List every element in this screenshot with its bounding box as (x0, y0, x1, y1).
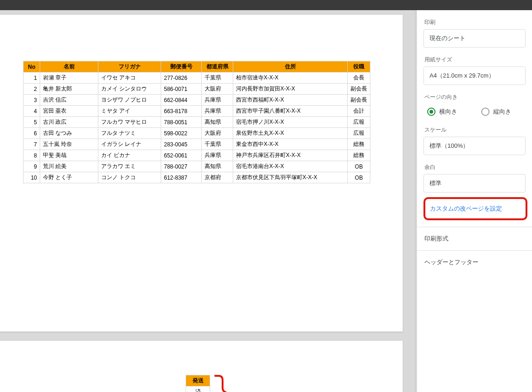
cell-kana: カイ ビカナ (98, 150, 161, 161)
cell-zip: 586-0071 (161, 84, 202, 95)
label-margins: 余白 (417, 155, 532, 174)
cell-zip: 788-0027 (161, 161, 202, 172)
cell-role: OB (348, 172, 370, 183)
cell-name: 甲斐 美哉 (40, 150, 98, 161)
th-kana: フリガナ (98, 61, 161, 72)
cell-zip: 663-8178 (161, 106, 202, 117)
cell-no: 3 (24, 95, 40, 106)
cell-pref: 兵庫県 (202, 106, 233, 117)
table-row: 1岩瀬 章子イワセ アキコ277-0826千葉県柏市宿連寺X-X-X会長 (24, 72, 370, 84)
cell-name: 古田 なつみ (40, 128, 98, 139)
cell-zip: 277-0826 (161, 72, 202, 84)
cell-kana: フルタ ナツミ (98, 128, 161, 139)
cell-kana: カメイ シンタロウ (98, 84, 161, 95)
cell-no: 5 (24, 117, 40, 128)
table-row: 6古田 なつみフルタ ナツミ598-0022大阪府泉佐野市土丸X-X-X広報 (24, 128, 370, 139)
table-row: 10今野 とく子コンノ トクコ612-8387京都府京都市伏見区下鳥羽平塚町X-… (24, 172, 370, 183)
cell-addr: 宿毛市押ノ川X-X-X (233, 117, 348, 128)
cell-name: 荒川 絵美 (40, 161, 98, 172)
table-row: 3吉沢 信広ヨシザワ ノブヒロ662-0844兵庫県西宮市西福町X-X-X副会長 (24, 95, 370, 106)
cell-role: 総務 (348, 139, 370, 150)
cell-zip: 788-0051 (161, 117, 202, 128)
cell-role: 広報 (348, 117, 370, 128)
cell-kana: イワセ アキコ (98, 72, 161, 84)
cell-addr: 京都市伏見区下鳥羽平塚町X-X-X (233, 172, 348, 183)
cell-addr: 神戸市兵庫区石井町X-X-X (233, 150, 348, 161)
preview-page-1: No 名前 フリガナ 郵便番号 都道府県 住所 役職 1岩瀬 章子イワセ アキコ… (0, 15, 403, 332)
radio-landscape-label: 横向き (439, 108, 457, 116)
cell-name: 吉沢 信広 (40, 95, 98, 106)
table-row: 5古川 政広フルカワ マサヒロ788-0051高知県宿毛市押ノ川X-X-X広報 (24, 117, 370, 128)
cell-addr: 西宮市甲子園八番町X-X-X (233, 106, 348, 117)
cell-pref: 高知県 (202, 161, 233, 172)
cell-role: 会計 (348, 106, 370, 117)
th-pref: 都道府県 (202, 61, 233, 72)
cell-addr: 柏市宿連寺X-X-X (233, 72, 348, 84)
cell-no: 6 (24, 128, 40, 139)
table-row: 4宮田 亜衣ミヤタ アイ663-8178兵庫県西宮市甲子園八番町X-X-X会計 (24, 106, 370, 117)
label-orientation: ページの向き (417, 85, 532, 104)
cell-pref: 京都府 (202, 172, 233, 183)
radio-checked-icon (427, 108, 435, 116)
cell-role: OB (348, 161, 370, 172)
select-print-target[interactable]: 現在のシート (423, 29, 526, 48)
cell-kana: イガラシ レイナ (98, 139, 161, 150)
cell-addr: 河内長野市加賀田X-X-X (233, 84, 348, 95)
print-preview-area: No 名前 フリガナ 郵便番号 都道府県 住所 役職 1岩瀬 章子イワセ アキコ… (0, 10, 417, 392)
table-row: 2亀井 新太郎カメイ シンタロウ586-0071大阪府河内長野市加賀田X-X-X… (24, 84, 370, 95)
select-scale[interactable]: 標準（100%） (423, 137, 526, 155)
radio-portrait[interactable]: 縦向き (481, 108, 511, 116)
cell-pref: 大阪府 (202, 84, 233, 95)
preview-page-2: 発送 済 済 (0, 341, 403, 392)
cell-pref: 大阪府 (202, 128, 233, 139)
cell-pref: 千葉県 (202, 139, 233, 150)
annotation-bracket-icon (212, 374, 229, 392)
cell-role: 総務 (348, 150, 370, 161)
orientation-radios: 横向き 縦向き (417, 104, 532, 118)
cell-kana: アラカワ エミ (98, 161, 161, 172)
cell-addr: 東金市西中X-X-X (233, 139, 348, 150)
select-paper-size[interactable]: A4（21.0cm x 29.7cm） (423, 66, 526, 85)
select-margins[interactable]: 標準 (423, 174, 526, 193)
cell-name: 今野 とく子 (40, 172, 98, 183)
cell-no: 4 (24, 106, 40, 117)
cell-zip: 612-8387 (161, 172, 202, 183)
th-addr: 住所 (233, 61, 348, 72)
cell-role: 副会長 (348, 84, 370, 95)
table-row: 済 (186, 386, 210, 392)
cell-kana: ヨシザワ ノブヒロ (98, 95, 161, 106)
shipping-table: 発送 済 済 (186, 375, 210, 392)
label-scale: スケール (417, 118, 532, 137)
cell-pref: 兵庫県 (202, 95, 233, 106)
section-header-footer[interactable]: ヘッダーとフッター (417, 250, 532, 274)
th-zip: 郵便番号 (161, 61, 202, 72)
cell-role: 広報 (348, 128, 370, 139)
label-paper-size: 用紙サイズ (417, 48, 532, 66)
cell-no: 7 (24, 139, 40, 150)
cell-name: 岩瀬 章子 (40, 72, 98, 84)
cell-role: 会長 (348, 72, 370, 84)
cell-shipping: 済 (186, 386, 210, 392)
radio-unchecked-icon (481, 108, 490, 116)
cell-no: 10 (24, 172, 40, 183)
cell-addr: 西宮市西福町X-X-X (233, 95, 348, 106)
topbar (0, 0, 532, 10)
cell-zip: 283-0045 (161, 139, 202, 150)
cell-name: 宮田 亜衣 (40, 106, 98, 117)
cell-kana: ミヤタ アイ (98, 106, 161, 117)
section-print-format[interactable]: 印刷形式 (417, 227, 532, 250)
cell-name: 五十嵐 玲奈 (40, 139, 98, 150)
radio-landscape[interactable]: 横向き (427, 108, 457, 116)
cell-addr: 宿毛市港南台X-X-X (233, 161, 348, 172)
th-no: No (24, 61, 40, 72)
table-row: 9荒川 絵美アラカワ エミ788-0027高知県宿毛市港南台X-X-XOB (24, 161, 370, 172)
table-header-row: No 名前 フリガナ 郵便番号 都道府県 住所 役職 (24, 61, 370, 72)
cell-no: 8 (24, 150, 40, 161)
cell-addr: 泉佐野市土丸X-X-X (233, 128, 348, 139)
th-role: 役職 (348, 61, 370, 72)
cell-pref: 兵庫県 (202, 150, 233, 161)
cell-role: 副会長 (348, 95, 370, 106)
radio-portrait-label: 縦向き (493, 108, 511, 116)
link-custom-pagebreak[interactable]: カスタムの改ページを設定 (423, 197, 527, 220)
print-settings-panel: 印刷 現在のシート 用紙サイズ A4（21.0cm x 29.7cm） ページの… (417, 10, 532, 392)
